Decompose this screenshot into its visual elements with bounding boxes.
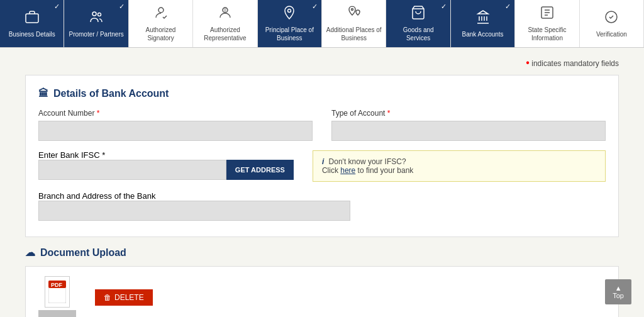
account-type-input[interactable] [331,121,606,141]
bank-account-section: 🏛 Details of Bank Account Account Number… [25,75,619,237]
navigation-bar: ✓ Business Details ✓ Promoter / Partners… [0,0,644,48]
top-label: Top [613,292,624,299]
nav-label-promoter: Promoter / Partners [69,30,123,38]
location-icon [282,5,297,23]
account-number-label: Account Number * [38,109,313,118]
nav-item-principal-place[interactable]: ✓ Principal Place of Business [258,0,322,47]
pdf-file-icon: PDF [48,281,66,303]
people-icon [89,9,104,28]
check-mark-bank: ✓ [505,3,511,11]
check-mark-goods: ✓ [441,3,447,11]
person-badge-icon [218,5,233,23]
check-mark-principal: ✓ [312,3,318,11]
nav-label-state: State Specific Information [519,26,575,42]
svg-point-3 [98,13,101,16]
ifsc-input[interactable] [38,160,226,180]
nav-label-bank: Bank Accounts [462,30,503,38]
nav-item-verification[interactable]: Verification [580,0,644,47]
nav-label-verification: Verification [596,30,627,38]
bank-building-icon: 🏛 [38,88,48,99]
nav-label-principal: Principal Place of Business [262,26,318,42]
svg-point-7 [288,9,291,13]
nav-item-promoter-partners[interactable]: ✓ Promoter / Partners [64,0,128,47]
svg-marker-15 [478,11,488,14]
account-row: Account Number * Type of Account * [38,109,606,141]
nav-item-goods-services[interactable]: ✓ Goods and Services [386,0,450,47]
main-content: • indicates mandatory fields 🏛 Details o… [0,48,644,317]
bank-section-title: 🏛 Details of Bank Account [38,88,606,99]
locations-icon [347,5,362,23]
check-mark-promoter: ✓ [119,3,125,11]
ifsc-info-box: i Don't know your IFSC? Click here to fi… [313,150,606,182]
nav-label-signatory: Authorized Signatory [133,26,189,42]
ifsc-info-line1: i Don't know your IFSC? [322,157,596,166]
account-number-input[interactable] [38,121,313,141]
account-type-label: Type of Account * [331,109,606,118]
trash-icon: 🗑 [104,293,111,302]
nav-item-authorized-signatory[interactable]: Authorized Signatory [129,0,193,47]
upload-icon: ☁ [25,247,35,259]
nav-item-bank-accounts[interactable]: ✓ Bank Accounts [451,0,515,47]
nav-label-business-details: Business Details [9,30,55,38]
branch-label: Branch and Address of the Bank [38,191,155,201]
delete-button[interactable]: 🗑 DELETE [95,289,153,306]
red-dot: • [526,57,530,68]
account-number-group: Account Number * [38,109,313,141]
svg-point-4 [158,8,164,13]
ifsc-input-group: GET ADDRESS [38,160,294,180]
ifsc-label: Enter Bank IFSC * [38,150,105,160]
nav-label-goods: Goods and Services [390,26,446,42]
ifsc-left-group: Enter Bank IFSC * GET ADDRESS [38,150,294,180]
pdf-icon: PDF [45,276,70,308]
top-button[interactable]: ▲ Top [605,279,631,304]
branch-row: Branch and Address of the Bank [38,191,606,221]
document-upload-section: ☁ Document Upload PDF 🗑 DELETE [25,247,619,317]
get-address-button[interactable]: GET ADDRESS [226,160,294,180]
nav-item-business-details[interactable]: ✓ Business Details [0,0,64,47]
ifsc-row: Enter Bank IFSC * GET ADDRESS i Don't kn… [38,150,606,182]
mandatory-text: indicates mandatory fields [531,59,619,68]
nav-item-state-specific[interactable]: State Specific Information [515,0,579,47]
svg-rect-6 [224,8,226,12]
mandatory-note: • indicates mandatory fields [25,57,619,69]
info-icon [540,5,555,23]
briefcase-icon [25,9,40,28]
nav-label-representative: Authorized Representative [197,26,253,42]
svg-text:PDF: PDF [51,282,63,288]
cart-icon [411,5,426,23]
verification-icon [604,9,619,28]
bank-icon [475,9,491,28]
nav-item-additional-places[interactable]: Additional Places of Business [322,0,386,47]
svg-point-8 [351,9,353,11]
account-type-group: Type of Account * [331,109,606,141]
nav-item-authorized-representative[interactable]: Authorized Representative [193,0,257,47]
required-star-type: * [387,109,391,118]
person-check-icon [153,5,169,23]
required-star-ifsc: * [102,150,105,160]
svg-rect-0 [26,14,38,23]
info-italic-icon: i [322,157,324,166]
top-arrow-icon: ▲ [615,284,622,292]
nav-label-additional: Additional Places of Business [326,26,382,42]
check-mark: ✓ [54,3,60,11]
required-star: * [97,109,100,118]
svg-point-2 [92,12,96,16]
ifsc-info-line2: Click here to find your bank [322,166,596,175]
doc-upload-title: ☁ Document Upload [25,247,619,259]
pdf-file-container: PDF [38,276,76,317]
ifsc-find-link[interactable]: here [340,166,355,175]
branch-address-input[interactable] [38,201,350,221]
pdf-filename-label [38,310,76,317]
doc-card: PDF 🗑 DELETE [25,266,619,317]
